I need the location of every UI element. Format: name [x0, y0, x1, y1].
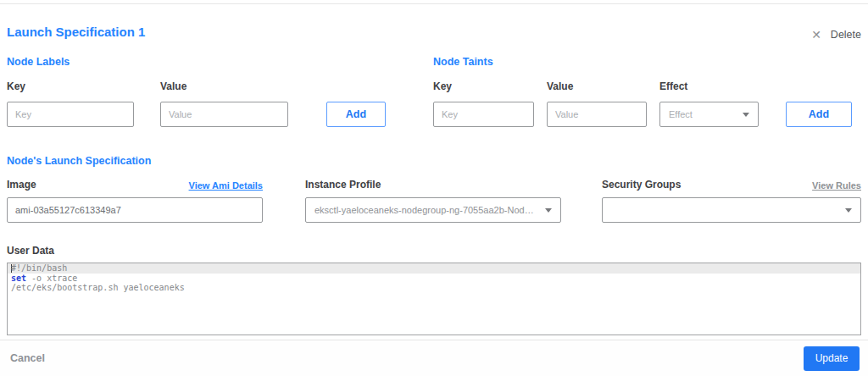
user-data-label: User Data [7, 245, 861, 257]
node-taints-effect-label: Effect [659, 80, 759, 92]
view-ami-details-link[interactable]: View Ami Details [189, 180, 263, 191]
instance-profile-select[interactable]: eksctl-yaeloceaneks-nodegroup-ng-7055aa2… [305, 197, 561, 223]
node-taints-effect-group: Effect Effect [659, 80, 759, 127]
launch-spec-section: Node's Launch Specification Image View A… [7, 155, 861, 223]
top-divider [0, 3, 868, 4]
update-button[interactable]: Update [804, 346, 860, 371]
node-labels-key-group: Key [7, 80, 134, 127]
node-taints-value-label: Value [547, 80, 647, 92]
node-labels-section: Node Labels Key Value Add [7, 56, 386, 127]
node-taints-heading: Node Taints [433, 56, 861, 68]
instance-profile-label: Instance Profile [305, 179, 381, 191]
delete-button-label: Delete [831, 29, 861, 41]
chevron-down-icon [545, 208, 552, 213]
chevron-down-icon [743, 113, 749, 117]
instance-profile-value: eksctl-yaeloceaneks-nodegroup-ng-7055aa2… [314, 205, 538, 215]
delete-button[interactable]: ✕ Delete [811, 29, 861, 41]
user-data-code-editor[interactable]: #!/bin/bash set -o xtrace /etc/eks/boots… [7, 263, 861, 335]
image-input[interactable] [7, 197, 263, 223]
user-data-section: User Data #!/bin/bash set -o xtrace /etc… [7, 245, 861, 335]
node-taints-key-input[interactable] [433, 102, 534, 127]
labels-taints-row: Node Labels Key Value Add Node Taints [7, 56, 861, 127]
image-group: Image View Ami Details [7, 179, 263, 223]
node-labels-key-label: Key [7, 80, 134, 92]
cancel-button[interactable]: Cancel [10, 352, 45, 364]
node-taints-add-button[interactable]: Add [786, 102, 852, 127]
node-taints-value-input[interactable] [547, 102, 647, 127]
node-labels-value-group: Value [160, 80, 288, 127]
security-groups-label: Security Groups [602, 179, 681, 191]
code-keyword: set [11, 274, 26, 283]
security-groups-group: Security Groups View Rules [602, 179, 861, 223]
header: Launch Specification 1 ✕ Delete [7, 22, 861, 41]
chevron-down-icon [845, 208, 852, 213]
node-taints-effect-select[interactable]: Effect [659, 102, 759, 127]
node-labels-heading: Node Labels [7, 56, 386, 68]
launch-specification-panel: Launch Specification 1 ✕ Delete Node Lab… [0, 0, 868, 376]
node-taints-key-group: Key [433, 80, 534, 127]
security-groups-select[interactable] [602, 197, 861, 223]
node-labels-add-button[interactable]: Add [326, 102, 386, 127]
effect-select-placeholder: Effect [669, 109, 693, 119]
node-taints-value-group: Value [547, 80, 647, 127]
node-labels-value-label: Value [160, 80, 288, 92]
code-line-1: #!/bin/bash [8, 263, 860, 274]
image-label: Image [7, 179, 36, 191]
footer: Cancel Update [0, 340, 868, 376]
node-taints-key-label: Key [433, 80, 534, 92]
node-labels-value-input[interactable] [160, 102, 288, 127]
instance-profile-group: Instance Profile eksctl-yaeloceaneks-nod… [305, 179, 561, 223]
close-x-icon: ✕ [811, 29, 821, 41]
launch-spec-heading: Node's Launch Specification [7, 155, 861, 167]
page-title: Launch Specification 1 [7, 25, 145, 39]
code-line-2: set -o xtrace [8, 274, 860, 284]
view-rules-link[interactable]: View Rules [812, 180, 861, 191]
node-taints-section: Node Taints Key Value Effect Effect [433, 56, 861, 127]
node-labels-key-input[interactable] [7, 102, 134, 127]
code-line-3: /etc/eks/bootstrap.sh yaeloceaneks [8, 283, 860, 293]
